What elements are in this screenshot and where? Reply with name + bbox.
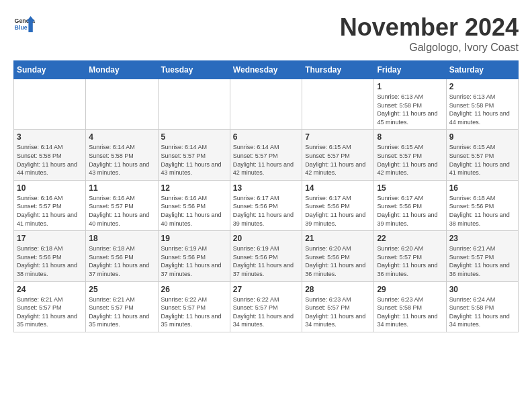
calendar-cell: 8Sunrise: 6:15 AM Sunset: 5:57 PM Daylig…: [374, 130, 446, 180]
day-info: Sunrise: 6:14 AM Sunset: 5:58 PM Dayligh…: [89, 143, 154, 177]
svg-text:Blue: Blue: [15, 24, 28, 31]
day-number: 7: [305, 132, 371, 142]
day-info: Sunrise: 6:21 AM Sunset: 5:57 PM Dayligh…: [17, 295, 83, 329]
logo: General Blue: [13, 13, 35, 35]
day-number: 6: [233, 132, 299, 142]
logo-icon: General Blue: [13, 13, 35, 35]
day-info: Sunrise: 6:24 AM Sunset: 5:58 PM Dayligh…: [449, 295, 515, 329]
day-number: 1: [377, 82, 443, 91]
calendar-cell: 12Sunrise: 6:16 AM Sunset: 5:56 PM Dayli…: [158, 180, 230, 230]
day-info: Sunrise: 6:15 AM Sunset: 5:57 PM Dayligh…: [449, 143, 515, 177]
calendar-cell: 23Sunrise: 6:21 AM Sunset: 5:57 PM Dayli…: [446, 231, 518, 281]
day-info: Sunrise: 6:20 AM Sunset: 5:56 PM Dayligh…: [305, 244, 371, 278]
day-info: Sunrise: 6:16 AM Sunset: 5:57 PM Dayligh…: [17, 194, 83, 228]
weekday-header-sunday: Sunday: [14, 61, 86, 79]
day-info: Sunrise: 6:22 AM Sunset: 5:57 PM Dayligh…: [233, 295, 299, 329]
calendar-cell: 5Sunrise: 6:14 AM Sunset: 5:57 PM Daylig…: [158, 130, 230, 180]
day-info: Sunrise: 6:18 AM Sunset: 5:56 PM Dayligh…: [17, 244, 83, 278]
day-number: 18: [89, 234, 154, 243]
calendar-cell: 28Sunrise: 6:23 AM Sunset: 5:57 PM Dayli…: [302, 281, 374, 332]
calendar-cell: 19Sunrise: 6:19 AM Sunset: 5:56 PM Dayli…: [158, 231, 230, 281]
day-number: 28: [305, 285, 371, 294]
day-info: Sunrise: 6:13 AM Sunset: 5:58 PM Dayligh…: [449, 93, 515, 126]
day-info: Sunrise: 6:17 AM Sunset: 5:56 PM Dayligh…: [305, 194, 371, 228]
calendar-cell: [86, 79, 158, 130]
calendar-cell: 30Sunrise: 6:24 AM Sunset: 5:58 PM Dayli…: [446, 281, 518, 332]
day-number: 21: [305, 234, 371, 243]
week-row-5: 24Sunrise: 6:21 AM Sunset: 5:57 PM Dayli…: [14, 281, 519, 332]
weekday-header-monday: Monday: [86, 61, 158, 79]
calendar-cell: 1Sunrise: 6:13 AM Sunset: 5:58 PM Daylig…: [374, 79, 446, 130]
day-number: 20: [233, 234, 299, 243]
week-row-1: 1Sunrise: 6:13 AM Sunset: 5:58 PM Daylig…: [14, 79, 519, 130]
day-info: Sunrise: 6:19 AM Sunset: 5:56 PM Dayligh…: [161, 244, 227, 278]
calendar-cell: 4Sunrise: 6:14 AM Sunset: 5:58 PM Daylig…: [86, 130, 158, 180]
day-number: 12: [161, 183, 227, 193]
calendar-table: SundayMondayTuesdayWednesdayThursdayFrid…: [13, 60, 519, 332]
day-info: Sunrise: 6:18 AM Sunset: 5:56 PM Dayligh…: [449, 194, 515, 228]
month-title: November 2024: [340, 13, 519, 42]
calendar-cell: 17Sunrise: 6:18 AM Sunset: 5:56 PM Dayli…: [14, 231, 86, 281]
week-row-2: 3Sunrise: 6:14 AM Sunset: 5:58 PM Daylig…: [14, 130, 519, 180]
day-info: Sunrise: 6:15 AM Sunset: 5:57 PM Dayligh…: [305, 143, 371, 177]
day-number: 3: [17, 132, 83, 142]
day-number: 14: [305, 183, 371, 193]
day-number: 5: [161, 132, 227, 142]
calendar-cell: [230, 79, 302, 130]
calendar-cell: 18Sunrise: 6:18 AM Sunset: 5:56 PM Dayli…: [86, 231, 158, 281]
day-number: 17: [17, 234, 83, 243]
day-number: 26: [161, 285, 227, 294]
day-number: 19: [161, 234, 227, 243]
day-number: 13: [233, 183, 299, 193]
day-info: Sunrise: 6:13 AM Sunset: 5:58 PM Dayligh…: [377, 93, 443, 126]
calendar-cell: 25Sunrise: 6:21 AM Sunset: 5:57 PM Dayli…: [86, 281, 158, 332]
day-info: Sunrise: 6:14 AM Sunset: 5:57 PM Dayligh…: [161, 143, 227, 177]
day-info: Sunrise: 6:17 AM Sunset: 5:56 PM Dayligh…: [377, 194, 443, 228]
day-info: Sunrise: 6:18 AM Sunset: 5:56 PM Dayligh…: [89, 244, 154, 278]
calendar-cell: 24Sunrise: 6:21 AM Sunset: 5:57 PM Dayli…: [14, 281, 86, 332]
week-row-4: 17Sunrise: 6:18 AM Sunset: 5:56 PM Dayli…: [14, 231, 519, 281]
weekday-header-wednesday: Wednesday: [230, 61, 302, 79]
day-info: Sunrise: 6:15 AM Sunset: 5:57 PM Dayligh…: [377, 143, 443, 177]
weekday-header-friday: Friday: [374, 61, 446, 79]
calendar-cell: 11Sunrise: 6:16 AM Sunset: 5:57 PM Dayli…: [86, 180, 158, 230]
calendar-cell: 15Sunrise: 6:17 AM Sunset: 5:56 PM Dayli…: [374, 180, 446, 230]
calendar-cell: 27Sunrise: 6:22 AM Sunset: 5:57 PM Dayli…: [230, 281, 302, 332]
day-info: Sunrise: 6:23 AM Sunset: 5:57 PM Dayligh…: [305, 295, 371, 329]
day-number: 8: [377, 132, 443, 142]
calendar-cell: 9Sunrise: 6:15 AM Sunset: 5:57 PM Daylig…: [446, 130, 518, 180]
calendar-cell: 10Sunrise: 6:16 AM Sunset: 5:57 PM Dayli…: [14, 180, 86, 230]
day-number: 15: [377, 183, 443, 193]
day-number: 27: [233, 285, 299, 294]
calendar-cell: [158, 79, 230, 130]
calendar-cell: 7Sunrise: 6:15 AM Sunset: 5:57 PM Daylig…: [302, 130, 374, 180]
day-info: Sunrise: 6:19 AM Sunset: 5:56 PM Dayligh…: [233, 244, 299, 278]
week-row-3: 10Sunrise: 6:16 AM Sunset: 5:57 PM Dayli…: [14, 180, 519, 230]
location: Galgologo, Ivory Coast: [340, 42, 519, 54]
weekday-header-saturday: Saturday: [446, 61, 518, 79]
day-number: 10: [17, 183, 83, 193]
title-block: November 2024 Galgologo, Ivory Coast: [340, 13, 519, 54]
calendar-cell: 20Sunrise: 6:19 AM Sunset: 5:56 PM Dayli…: [230, 231, 302, 281]
day-info: Sunrise: 6:20 AM Sunset: 5:57 PM Dayligh…: [377, 244, 443, 278]
day-number: 23: [449, 234, 515, 243]
day-info: Sunrise: 6:23 AM Sunset: 5:58 PM Dayligh…: [377, 295, 443, 329]
day-info: Sunrise: 6:22 AM Sunset: 5:57 PM Dayligh…: [161, 295, 227, 329]
calendar-cell: 6Sunrise: 6:14 AM Sunset: 5:57 PM Daylig…: [230, 130, 302, 180]
calendar-cell: 13Sunrise: 6:17 AM Sunset: 5:56 PM Dayli…: [230, 180, 302, 230]
page-header: General Blue November 2024 Galgologo, Iv…: [13, 13, 519, 54]
calendar-cell: 22Sunrise: 6:20 AM Sunset: 5:57 PM Dayli…: [374, 231, 446, 281]
calendar-cell: [302, 79, 374, 130]
day-number: 2: [449, 82, 515, 91]
day-number: 4: [89, 132, 154, 142]
day-info: Sunrise: 6:21 AM Sunset: 5:57 PM Dayligh…: [449, 244, 515, 278]
calendar-cell: 3Sunrise: 6:14 AM Sunset: 5:58 PM Daylig…: [14, 130, 86, 180]
day-number: 22: [377, 234, 443, 243]
day-number: 9: [449, 132, 515, 142]
calendar-cell: 26Sunrise: 6:22 AM Sunset: 5:57 PM Dayli…: [158, 281, 230, 332]
day-info: Sunrise: 6:14 AM Sunset: 5:58 PM Dayligh…: [17, 143, 83, 177]
weekday-header-row: SundayMondayTuesdayWednesdayThursdayFrid…: [14, 61, 519, 79]
day-info: Sunrise: 6:21 AM Sunset: 5:57 PM Dayligh…: [89, 295, 154, 329]
day-info: Sunrise: 6:16 AM Sunset: 5:57 PM Dayligh…: [89, 194, 154, 228]
day-number: 25: [89, 285, 154, 294]
